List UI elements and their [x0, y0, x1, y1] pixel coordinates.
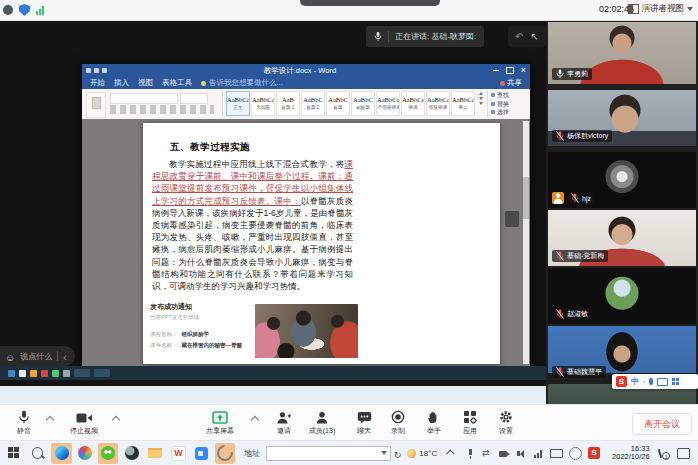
sogou-logo-icon[interactable]: S	[616, 376, 627, 387]
participant-name: 李勇莉	[567, 69, 588, 79]
active-speaker-indicator: 正在讲话: 基础-耿梦囡:	[366, 26, 484, 47]
shared-taskbar-icon	[30, 370, 37, 377]
active-speaker-label: 正在讲话: 基础-耿梦囡:	[395, 31, 476, 42]
raise-hand-icon	[427, 410, 441, 424]
settings-button[interactable]: 设置	[484, 409, 528, 436]
taskbar-app-meeting[interactable]	[192, 443, 212, 464]
mute-button[interactable]: 静音	[0, 409, 48, 436]
taskbar-app-edge[interactable]	[51, 443, 71, 464]
divider	[388, 31, 389, 42]
meeting-app-window: 02:02:45 演讲者视图 正在讲话: 基础-耿梦囡: 教学设计.do	[0, 0, 698, 465]
annotation-toolbar[interactable]	[508, 26, 546, 47]
tray-display-icon[interactable]	[550, 449, 563, 458]
tray-device-icon[interactable]	[569, 447, 582, 460]
participant-name: hjz	[582, 195, 591, 202]
weather-widget[interactable]: 18°C	[407, 449, 437, 458]
video-options-chevron[interactable]	[112, 416, 120, 424]
taskbar-app-pinwheel[interactable]	[75, 443, 95, 464]
ime-toolbar[interactable]: S 中	[612, 374, 698, 389]
notification-card: 发布成功通知 ··· 已将PPT发送至班级 课程名称： 组织胚胎学 课件名称： …	[150, 302, 254, 351]
share-options-chevron[interactable]	[251, 416, 259, 424]
view-mode-selector[interactable]: 演讲者视图	[628, 3, 694, 15]
tell-me-hint: 告诉我您想要做什么...	[209, 78, 283, 88]
taskbar-app-wps[interactable]: W	[168, 443, 188, 464]
speaker-view-icon	[628, 4, 639, 14]
gallery-scroll-arrows	[479, 92, 483, 105]
participant-tile[interactable]: 李勇莉	[548, 22, 696, 84]
taskbar-clock[interactable]: 16:33 2022/10/26	[612, 445, 650, 462]
tray-mic-icon[interactable]	[465, 448, 476, 459]
word-ribbon: AaBbCcC正文 AaBbCcC无间隔 AaB标题 1 AaBbC标题 2 A…	[82, 89, 530, 120]
tencent-meeting-icon	[195, 447, 208, 460]
notice-field: 课程名称： 组织胚胎学	[150, 329, 254, 340]
stop-video-button[interactable]: 停止视频	[58, 409, 110, 436]
network-signal-icon	[36, 6, 44, 15]
leave-meeting-button[interactable]: 离开会议	[632, 413, 692, 435]
start-button-icon[interactable]	[8, 447, 20, 459]
ime-menu-icon[interactable]	[672, 378, 679, 385]
hand-raised-badge-icon	[552, 192, 564, 204]
chat-input-hint[interactable]: 说点什么	[20, 351, 52, 362]
tray-network-icon[interactable]	[533, 448, 544, 459]
address-go-icon[interactable]	[394, 444, 402, 462]
maximize-icon	[506, 67, 514, 74]
tray-overflow-chevron[interactable]	[446, 450, 454, 458]
mic-muted-icon	[556, 131, 564, 141]
tell-me-search: 告诉我您想要做什么...	[201, 78, 283, 88]
taskbar-app-wechat[interactable]	[98, 443, 118, 464]
taskbar-app-dark[interactable]	[121, 443, 141, 464]
participant-name: 赵淑敏	[567, 309, 588, 319]
paste-button-icon	[86, 92, 106, 118]
action-center-icon[interactable]	[677, 448, 690, 459]
folder-icon	[148, 448, 162, 458]
mic-icon	[374, 31, 382, 42]
tray-speaker-icon[interactable]	[516, 448, 527, 459]
apps-grid-icon	[463, 410, 477, 424]
group-divider	[222, 91, 223, 117]
select-icon	[491, 110, 495, 114]
members-button[interactable]: 成员(13)	[296, 409, 348, 436]
font-format-icons	[110, 105, 214, 114]
tab-table-tools: 表格工具	[162, 78, 192, 88]
meeting-toolbar: 静音 停止视频 共享屏幕 邀请	[0, 404, 698, 441]
font-controls-group	[86, 92, 218, 116]
pointer-icon[interactable]	[531, 31, 539, 42]
group-divider	[487, 91, 488, 117]
tray-transfer-icon[interactable]	[482, 448, 493, 459]
chevron-down-icon[interactable]	[381, 451, 387, 455]
system-tray: S	[465, 447, 600, 460]
sogou-tray-icon[interactable]: S	[588, 447, 600, 459]
punctuation-icon[interactable]	[643, 373, 645, 391]
style-item: AaBbCcC正文	[226, 91, 250, 116]
participant-name-pill: 基础-党新梅	[552, 250, 608, 262]
doc-text-normal: 教学实施过程中应用线上线下混合式教学，将	[169, 159, 345, 169]
annotate-icon[interactable]	[515, 31, 523, 42]
topbar-drag-handle[interactable]	[300, 0, 440, 6]
tab-insert: 插入	[114, 78, 129, 88]
voice-input-icon[interactable]	[649, 378, 653, 385]
taskbar-search-icon[interactable]	[32, 447, 44, 459]
collapse-chevron-icon[interactable]	[63, 347, 66, 365]
share-screen-button[interactable]: 共享屏幕	[192, 409, 248, 436]
style-item: AaBbCcC无间隔	[251, 91, 275, 116]
quick-chat-bar[interactable]: 说点什么	[0, 346, 75, 366]
participants-sidebar: 李勇莉 杨保胜victory	[546, 20, 698, 404]
chinese-mode-icon[interactable]: 中	[631, 376, 639, 387]
participant-tile[interactable]: 杨保胜victory	[548, 90, 696, 146]
circular-arrow-icon	[214, 442, 237, 465]
style-item: AaBbC标题 2	[301, 91, 325, 116]
address-input[interactable]	[266, 446, 390, 461]
keyboard-icon[interactable]	[657, 378, 668, 386]
doc-heading: 五、教学过程实施	[170, 141, 500, 154]
tray-camera-icon[interactable]	[499, 451, 507, 457]
emoji-icon[interactable]	[5, 347, 15, 365]
participant-tile[interactable]: hjz	[548, 152, 696, 208]
input-indicator-icon[interactable]: 1	[658, 447, 671, 460]
wps-icon: W	[171, 446, 186, 461]
shared-taskbar-window	[94, 369, 110, 377]
taskbar-app-explorer[interactable]	[145, 443, 165, 464]
participant-tile[interactable]: 赵淑敏	[548, 268, 696, 324]
participant-tile[interactable]: 基础-党新梅	[548, 210, 696, 266]
taskbar-app-sync[interactable]	[215, 443, 235, 464]
view-mode-label: 演讲者视图	[642, 3, 685, 15]
